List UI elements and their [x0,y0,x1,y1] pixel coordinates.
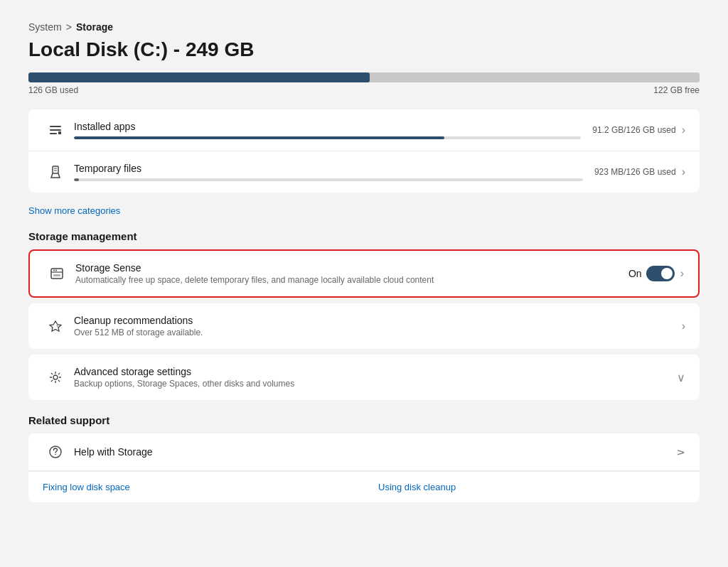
temporary-files-right: 923 MB/126 GB used › [594,166,685,178]
help-with-storage-icon [43,445,68,459]
help-with-storage-chevron: ∧ [675,448,688,456]
svg-rect-3 [58,131,61,134]
advanced-storage-content: Advanced storage settings Backup options… [74,366,665,389]
disk-used-label: 126 GB used [28,85,78,95]
fixing-low-disk-space-link[interactable]: Fixing low disk space [28,471,364,502]
breadcrumb-current: Storage [76,21,113,33]
advanced-storage-chevron: ∨ [677,371,685,384]
cleanup-recommendations-icon [43,319,68,333]
help-with-storage-right: ∧ [677,446,685,459]
installed-apps-bar-container [74,136,581,139]
storage-sense-icon [44,266,70,281]
help-with-storage-title: Help with Storage [74,446,665,458]
svg-point-9 [53,270,55,271]
temporary-files-bar-fill [74,178,79,181]
installed-apps-bar-fill [74,136,444,139]
help-with-storage-item[interactable]: Help with Storage ∧ [28,433,700,471]
storage-sense-content: Storage Sense Automatically free up spac… [75,262,617,285]
disk-progress-fill [28,72,370,82]
temporary-files-chevron: › [682,166,685,178]
disk-progress-track [28,72,700,82]
advanced-storage-item[interactable]: Advanced storage settings Backup options… [28,355,700,400]
storage-management-label: Storage management [28,230,700,242]
temporary-files-bar-container [74,178,583,181]
svg-point-14 [55,454,56,455]
svg-point-12 [53,375,58,379]
storage-sense-item[interactable]: Storage Sense Automatically free up spac… [30,251,698,296]
cleanup-recommendations-item[interactable]: Cleanup recommendations Over 512 MB of s… [28,303,700,349]
cleanup-recommendations-chevron: › [682,320,685,333]
storage-sense-card: Storage Sense Automatically free up spac… [28,249,700,298]
disk-labels: 126 GB used 122 GB free [28,85,700,95]
disk-free-label: 122 GB free [653,85,700,95]
advanced-storage-icon [43,370,68,384]
temporary-files-content: Temporary files [74,163,583,181]
svg-rect-1 [50,129,61,131]
help-with-storage-content: Help with Storage [74,446,665,458]
cleanup-recommendations-subtitle: Over 512 MB of storage available. [74,328,670,338]
storage-sense-toggle-label: On [628,268,642,279]
cleanup-recommendations-right: › [682,320,685,333]
show-more-categories[interactable]: Show more categories [28,205,120,216]
cleanup-recommendations-title: Cleanup recommendations [74,315,670,326]
breadcrumb-separator: > [66,21,72,33]
page-title: Local Disk (C:) - 249 GB [28,38,700,61]
temporary-files-icon [43,165,68,179]
advanced-storage-title: Advanced storage settings [74,366,665,377]
temporary-files-bar-track [74,178,583,181]
related-support-label: Related support [28,414,700,426]
advanced-storage-subtitle: Backup options, Storage Spaces, other di… [74,379,665,389]
svg-rect-0 [50,126,61,127]
storage-sense-title: Storage Sense [75,262,617,274]
svg-rect-2 [50,133,57,134]
advanced-storage-right: ∨ [677,371,685,384]
categories-card: Installed apps 91.2 GB/126 GB used › Tem… [28,109,700,193]
advanced-storage-card: Advanced storage settings Backup options… [28,355,700,400]
temporary-files-title: Temporary files [74,163,583,174]
breadcrumb: System > Storage [28,21,700,33]
installed-apps-chevron: › [682,124,685,136]
installed-apps-right: 91.2 GB/126 GB used › [592,124,685,136]
support-card: Help with Storage ∧ Fixing low disk spac… [28,433,700,502]
installed-apps-usage: 91.2 GB/126 GB used [592,125,675,135]
temporary-files-usage: 923 MB/126 GB used [594,167,676,177]
storage-sense-right: On › [628,266,684,281]
installed-apps-item[interactable]: Installed apps 91.2 GB/126 GB used › [28,109,700,151]
storage-sense-toggle[interactable] [646,266,675,281]
storage-sense-subtitle: Automatically free up space, delete temp… [75,275,617,285]
temporary-files-item[interactable]: Temporary files 923 MB/126 GB used › [28,151,700,193]
support-links-row: Fixing low disk space Using disk cleanup [28,471,700,502]
breadcrumb-parent[interactable]: System [28,21,62,33]
installed-apps-title: Installed apps [74,121,581,132]
installed-apps-icon [43,123,68,137]
svg-rect-4 [53,166,58,173]
storage-sense-chevron: › [680,267,684,280]
svg-rect-7 [51,269,63,279]
using-disk-cleanup-link[interactable]: Using disk cleanup [364,471,700,502]
cleanup-recommendations-content: Cleanup recommendations Over 512 MB of s… [74,315,670,338]
cleanup-recommendations-card: Cleanup recommendations Over 512 MB of s… [28,303,700,349]
svg-rect-11 [53,274,60,276]
svg-point-10 [55,270,57,271]
disk-usage-bar-container: 126 GB used 122 GB free [28,72,700,95]
storage-sense-toggle-container: On [628,266,675,281]
installed-apps-bar-track [74,136,581,139]
installed-apps-content: Installed apps [74,121,581,139]
